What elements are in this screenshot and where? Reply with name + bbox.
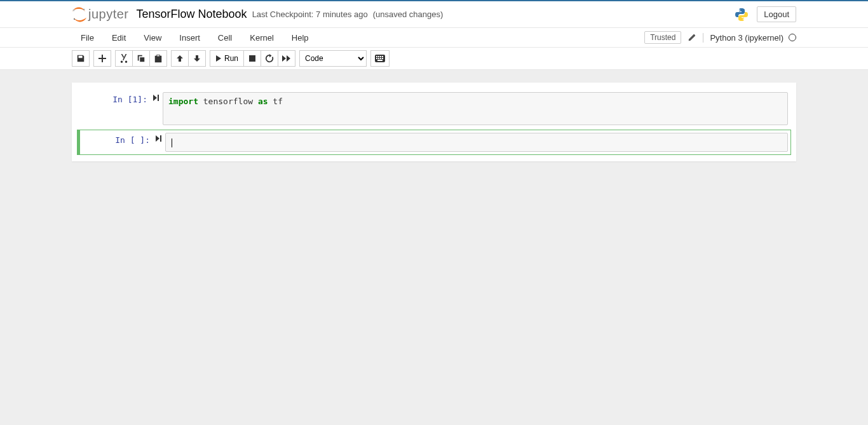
python-icon — [734, 7, 749, 22]
stop-button[interactable] — [243, 50, 261, 67]
save-button[interactable] — [72, 50, 90, 67]
cut-button[interactable] — [115, 50, 133, 67]
copy-button[interactable] — [132, 50, 150, 67]
svg-rect-3 — [249, 55, 255, 62]
restart-run-all-button[interactable] — [278, 50, 295, 67]
menu-help[interactable]: Help — [283, 29, 318, 46]
menu-view[interactable]: View — [135, 29, 170, 46]
run-button-label: Run — [224, 54, 238, 63]
jupyter-logo-icon — [72, 7, 87, 22]
restart-button[interactable] — [261, 50, 278, 67]
command-palette-button[interactable] — [370, 50, 390, 67]
svg-point-1 — [74, 18, 75, 19]
svg-point-0 — [83, 8, 85, 10]
svg-rect-6 — [378, 56, 379, 57]
kernel-indicator-icon — [789, 34, 796, 41]
svg-rect-13 — [377, 60, 383, 61]
unsaved-text: (unsaved changes) — [373, 10, 444, 19]
menu-insert[interactable]: Insert — [170, 29, 209, 46]
menu-file[interactable]: File — [72, 29, 103, 46]
cell-prompt: In [1]: — [112, 95, 147, 104]
svg-rect-7 — [380, 56, 381, 57]
svg-rect-10 — [378, 58, 379, 59]
code-input[interactable]: import tensorflow as tf — [163, 92, 788, 125]
svg-rect-8 — [382, 56, 383, 57]
notebook-container: In [1]: import tensorflow as tf In [ ]: — [72, 83, 796, 161]
code-input[interactable] — [165, 133, 788, 152]
svg-rect-11 — [380, 58, 381, 59]
jupyter-logo-text: jupyter — [88, 7, 129, 22]
run-button[interactable]: Run — [210, 50, 244, 67]
svg-rect-12 — [382, 58, 383, 59]
move-up-button[interactable] — [171, 50, 189, 67]
menu-edit[interactable]: Edit — [103, 29, 135, 46]
edit-icon[interactable] — [688, 33, 696, 42]
move-down-button[interactable] — [188, 50, 206, 67]
code-cell[interactable]: In [ ]: — [77, 130, 791, 155]
jupyter-logo[interactable]: jupyter — [72, 7, 129, 22]
kernel-name[interactable]: Python 3 (ipykernel) — [703, 33, 783, 43]
checkpoint-text: Last Checkpoint: 7 minutes ago — [252, 10, 368, 19]
cell-type-select[interactable]: Code — [299, 50, 367, 67]
logout-button[interactable]: Logout — [757, 6, 796, 22]
svg-point-2 — [73, 9, 75, 11]
trusted-indicator[interactable]: Trusted — [644, 31, 681, 44]
run-cell-icon[interactable] — [155, 135, 161, 142]
code-cell[interactable]: In [1]: import tensorflow as tf — [77, 89, 791, 128]
notebook-title[interactable]: TensorFlow Notebook — [137, 8, 247, 21]
menu-kernel[interactable]: Kernel — [241, 29, 283, 46]
menu-cell[interactable]: Cell — [209, 29, 241, 46]
paste-button[interactable] — [149, 50, 167, 67]
svg-rect-5 — [376, 56, 377, 57]
run-cell-icon[interactable] — [153, 95, 159, 101]
svg-rect-9 — [376, 58, 377, 59]
cell-prompt: In [ ]: — [115, 135, 150, 145]
add-cell-button[interactable] — [93, 50, 111, 67]
